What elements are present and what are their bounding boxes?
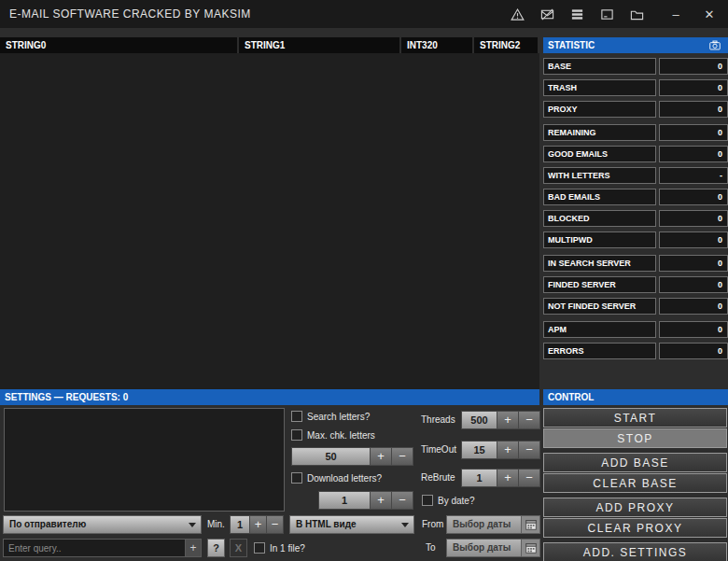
calendar-icon[interactable] [522, 539, 540, 557]
minus-button[interactable]: − [266, 516, 283, 533]
control-title: CONTROL [548, 389, 594, 405]
results-table-header: STRING0 STRING1 INT320 STRING2 [0, 37, 538, 53]
statistic-rows: BASE0 TRASH0 PROXY0 REMAINING0 GOOD EMAI… [543, 58, 728, 364]
minus-button[interactable]: − [518, 442, 539, 458]
column-header-string1[interactable]: STRING1 [239, 37, 399, 53]
stat-value: 0 [659, 298, 728, 315]
minus-button[interactable]: − [391, 448, 413, 465]
column-header-string0[interactable]: STRING0 [0, 37, 237, 53]
stat-label: NOT FINDED SERVER [543, 298, 656, 315]
clear-base-button[interactable]: CLEAR BASE [543, 473, 727, 493]
to-label: To [426, 542, 436, 553]
threads-label: Threads [421, 414, 455, 425]
minimize-button[interactable]: – [661, 0, 691, 28]
stat-value: 0 [659, 276, 728, 293]
add-settings-button[interactable]: ADD. SETTINGS [543, 542, 727, 561]
checkbox-box[interactable] [254, 542, 265, 554]
in-one-file-checkbox[interactable]: In 1 file? [254, 542, 305, 554]
close-button[interactable]: ✕ [691, 0, 728, 28]
stat-value: 0 [659, 321, 728, 338]
stat-row-proxy: PROXY0 [543, 101, 728, 118]
date-text: Выбор даты [446, 539, 522, 557]
query-input-group: + [3, 539, 202, 557]
stepper-value[interactable]: 1 [462, 470, 497, 486]
stat-row-with-letters: WITH LETTERS- [543, 167, 728, 184]
format-dropdown[interactable]: В HTML виде [289, 515, 414, 534]
start-button[interactable]: START [543, 408, 727, 428]
plus-button[interactable]: + [370, 492, 391, 509]
plus-button[interactable]: + [370, 448, 391, 465]
stat-label: GOOD EMAILS [543, 146, 656, 162]
stat-value: 0 [659, 210, 728, 227]
app-window: E-MAIL SOFTWARE CRACKED BY MAKSIM – ✕ ST… [0, 0, 728, 561]
column-header-string2[interactable]: STRING2 [474, 37, 538, 53]
stat-value: 0 [659, 189, 728, 205]
add-query-button[interactable]: + [186, 539, 202, 557]
date-text: Выбор даты [446, 515, 522, 534]
calendar-icon[interactable] [522, 515, 540, 534]
folder-icon[interactable] [622, 0, 651, 28]
checkbox-label: Search letters? [307, 412, 370, 422]
add-proxy-button[interactable]: ADD PROXY [543, 498, 727, 517]
stepper-value[interactable]: 500 [462, 412, 497, 428]
minus-button[interactable]: − [391, 492, 413, 509]
stepper-value[interactable]: 15 [462, 442, 497, 458]
stat-label: BAD EMAILS [543, 189, 656, 205]
download-letters-checkbox[interactable]: Download letters? [291, 472, 382, 484]
camera-icon[interactable] [707, 38, 723, 52]
checkbox-box[interactable] [291, 411, 302, 422]
stat-row-multipwd: MULTIPWD0 [543, 231, 728, 248]
sender-dropdown[interactable]: По отправителю [3, 515, 202, 534]
server-list-icon[interactable] [562, 0, 592, 28]
stat-row-not-finded-server: NOT FINDED SERVER0 [543, 298, 728, 315]
stat-label: BLOCKED [543, 210, 656, 227]
checkbox-box[interactable] [291, 472, 302, 484]
clear-query-button[interactable]: X [230, 539, 247, 557]
minus-button[interactable]: − [518, 412, 539, 428]
query-input[interactable] [3, 539, 186, 557]
chevron-down-icon [401, 523, 409, 527]
clear-proxy-button[interactable]: CLEAR PROXY [543, 518, 727, 538]
help-button[interactable]: ? [207, 539, 225, 557]
stat-row-good-emails: GOOD EMAILS0 [543, 146, 728, 162]
search-letters-checkbox[interactable]: Search letters? [291, 411, 370, 422]
minus-button[interactable]: − [518, 470, 539, 486]
query-list-box[interactable] [4, 408, 285, 512]
stat-value: 0 [659, 101, 728, 118]
stepper-value[interactable]: 50 [292, 448, 370, 465]
checkbox-box[interactable] [291, 429, 302, 441]
results-list-area[interactable] [0, 53, 539, 389]
max-chk-letters-checkbox[interactable]: Max. chk. letters [291, 429, 375, 441]
stat-value: 0 [659, 146, 728, 162]
plus-button[interactable]: + [249, 516, 266, 533]
plus-button[interactable]: + [497, 412, 518, 428]
mail-block-icon[interactable] [532, 0, 562, 28]
add-base-button[interactable]: ADD BASE [543, 453, 727, 472]
stepper-value[interactable]: 1 [319, 492, 370, 509]
checkbox-label: In 1 file? [270, 543, 305, 554]
stat-row-bad-emails: BAD EMAILS0 [543, 189, 728, 205]
stat-value: 0 [659, 124, 728, 141]
stepper-value[interactable]: 1 [231, 516, 249, 533]
settings-panel: Search letters? Max. chk. letters 50 + −… [0, 405, 541, 561]
stat-row-blocked: BLOCKED0 [543, 210, 728, 227]
by-date-checkbox[interactable]: By date? [422, 495, 474, 506]
plus-button[interactable]: + [497, 442, 518, 458]
date-to-picker[interactable]: Выбор даты [446, 539, 540, 557]
titlebar-toolbar: – ✕ [502, 0, 728, 28]
date-from-picker[interactable]: Выбор даты [446, 515, 540, 534]
plus-button[interactable]: + [497, 470, 518, 486]
statistic-title: STATISTIC [548, 37, 595, 53]
stat-row-base: BASE0 [543, 58, 728, 75]
stat-label: MULTIPWD [543, 231, 656, 248]
column-header-int320[interactable]: INT320 [401, 37, 472, 53]
console-window-icon[interactable] [592, 0, 622, 28]
warning-icon[interactable] [502, 0, 532, 28]
stop-button[interactable]: STOP [543, 428, 727, 448]
download-count-stepper: 1 + − [318, 491, 413, 510]
dropdown-value: По отправителю [9, 519, 86, 529]
checkbox-box[interactable] [422, 495, 433, 506]
stat-label: BASE [543, 58, 656, 75]
min-label: Min. [207, 519, 225, 529]
title-bar: E-MAIL SOFTWARE CRACKED BY MAKSIM – ✕ [0, 0, 728, 28]
